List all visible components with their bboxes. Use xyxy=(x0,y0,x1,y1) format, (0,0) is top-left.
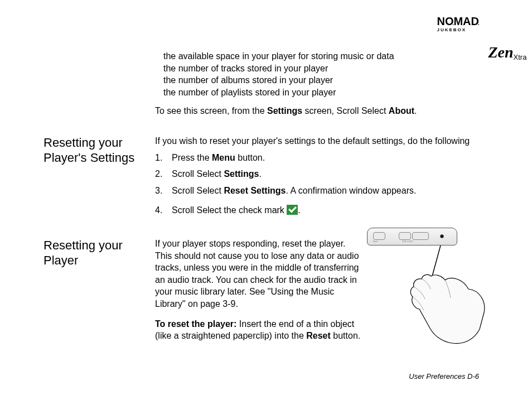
reset-player-para1: If your player stops responding, reset t… xyxy=(155,238,361,310)
device-button xyxy=(412,232,429,240)
brand-nomad: NOMAD xyxy=(437,15,479,27)
reset-settings-intro: If you wish to reset your player's setti… xyxy=(155,135,490,147)
device-button xyxy=(399,232,411,240)
bullet-item: the number of playlists stored in your p… xyxy=(163,86,490,99)
reset-hole xyxy=(440,234,444,238)
brand-xtra: Xtra xyxy=(514,53,527,61)
device-top-view: Back VOL LOCK xyxy=(367,228,457,245)
reset-illustration: Back VOL LOCK xyxy=(362,223,485,346)
section-heading-reset-player: Resetting your Player xyxy=(43,238,155,268)
reset-player-para2: To reset the player: Insert the end of a… xyxy=(155,318,361,342)
reset-settings-steps: 1.Press the Menu button. 2.Scroll Select… xyxy=(155,152,490,216)
bullet-item: the available space in your player for s… xyxy=(163,50,490,62)
info-bullet-list: the available space in your player for s… xyxy=(163,50,490,98)
section-heading-reset-settings: Resetting your Player's Settings xyxy=(43,135,155,166)
page: NOMAD JUKEBOX ZenXtra the available spac… xyxy=(0,0,532,414)
device-label: Back xyxy=(373,240,378,243)
brand-zen: Zen xyxy=(488,44,513,61)
bullet-item: the number of tracks stored in your play… xyxy=(163,62,490,75)
svg-line-0 xyxy=(432,245,441,276)
step-item: 3.Scroll Select Reset Settings. A confir… xyxy=(172,185,490,197)
step-item: 2.Scroll Select Settings. xyxy=(172,168,490,180)
step-item: 4.Scroll Select the check mark . xyxy=(172,204,490,216)
device-label: VOL LOCK xyxy=(402,240,413,243)
brand-jukebox: JUKEBOX xyxy=(437,28,479,32)
step-item: 1.Press the Menu button. xyxy=(172,152,490,164)
nav-instruction: To see this screen, from the Settings sc… xyxy=(155,105,490,117)
bullet-item: the number of albums stored in your play… xyxy=(163,74,490,86)
page-footer: User Preferences D-6 xyxy=(409,372,479,381)
device-button xyxy=(373,232,385,240)
checkmark-icon xyxy=(287,205,298,215)
hand-illustration xyxy=(390,245,485,352)
